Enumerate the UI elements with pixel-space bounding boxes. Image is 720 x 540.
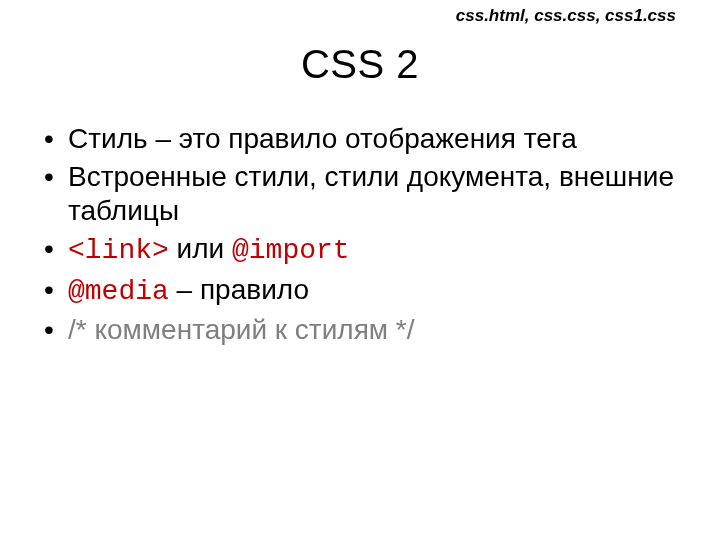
- slide: css.html, css.css, css1.css CSS 2 Стиль …: [0, 0, 720, 540]
- bullet-text: Встроенные стили, стили документа, внешн…: [68, 161, 674, 226]
- list-item: @media – правило: [38, 273, 682, 309]
- bullet-text: или: [169, 233, 232, 264]
- list-item: Встроенные стили, стили документа, внешн…: [38, 160, 682, 228]
- list-item: /* комментарий к стилям */: [38, 313, 682, 347]
- code-media: @media: [68, 276, 169, 307]
- slide-body: Стиль – это правило отображения тега Вст…: [38, 122, 682, 351]
- list-item: Стиль – это правило отображения тега: [38, 122, 682, 156]
- filenames-note: css.html, css.css, css1.css: [456, 6, 676, 26]
- slide-title: CSS 2: [0, 42, 720, 87]
- bullet-list: Стиль – это правило отображения тега Вст…: [38, 122, 682, 347]
- list-item: <link> или @import: [38, 232, 682, 268]
- bullet-comment: /* комментарий к стилям */: [68, 314, 415, 345]
- code-import: @import: [232, 235, 350, 266]
- code-link-tag: <link>: [68, 235, 169, 266]
- bullet-text: – правило: [169, 274, 309, 305]
- bullet-text: Стиль – это правило отображения тега: [68, 123, 577, 154]
